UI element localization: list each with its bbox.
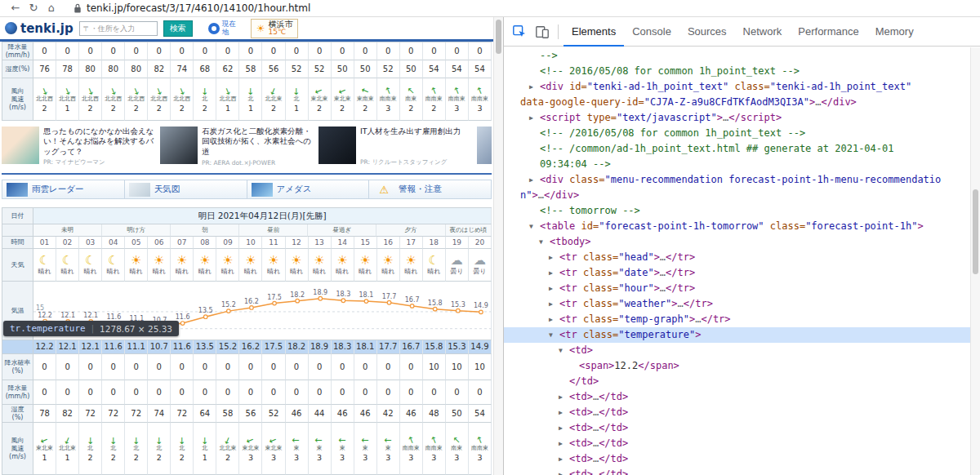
- expand-arrow-icon[interactable]: ▶: [559, 405, 563, 420]
- wind-cell: ↑北1: [194, 423, 216, 475]
- search-input[interactable]: [79, 21, 158, 36]
- ad-banner[interactable]: 石炭ガス化と二酸化炭素分離・回収技術が拓く、水素社会への道PR: AERA do…: [160, 127, 314, 166]
- devtools-tree-line[interactable]: </td>: [504, 374, 970, 389]
- expand-arrow-icon[interactable]: ▶: [559, 451, 563, 467]
- tab-network[interactable]: Network: [735, 17, 791, 47]
- site-logo[interactable]: tenki.jp: [5, 21, 74, 36]
- address-bar[interactable]: tenki.jp/forecast/3/17/4610/14100/1hour.…: [74, 2, 310, 14]
- devtools-tree-line[interactable]: ▶<td>…</td>: [504, 389, 970, 405]
- wind-speed-value: 3: [385, 454, 390, 462]
- devtools-scrollbar-thumb[interactable]: [973, 189, 978, 274]
- tab-sources[interactable]: Sources: [679, 17, 735, 47]
- expand-arrow-icon[interactable]: ▶: [549, 296, 553, 312]
- wind-direction-name: 南南東: [403, 446, 420, 452]
- devtools-tree-line[interactable]: ▶<td>…</td>: [504, 420, 970, 436]
- expand-arrow-icon[interactable]: ▶: [549, 312, 553, 327]
- back-icon[interactable]: ←: [7, 0, 24, 16]
- devtools-tree-line[interactable]: ▶<td>…</td>: [504, 436, 970, 451]
- devtools-tree-line[interactable]: data-google-query-id="CJ7A-Z-a9u8CFdTKfA…: [504, 95, 970, 110]
- devtools-tree-line[interactable]: ▶<tr class="date">…</tr>: [504, 265, 970, 281]
- temperature-cell: 15.2: [216, 340, 239, 354]
- expand-arrow-icon[interactable]: ▶: [559, 389, 563, 405]
- nav-item-0[interactable]: 雨雲レーダー: [2, 180, 124, 199]
- code-token: </td>: [599, 468, 628, 475]
- weather-condition-label: 晴れ: [130, 269, 143, 275]
- expand-arrow-icon[interactable]: ▶: [559, 467, 563, 475]
- devtools-tree-line[interactable]: <span>12.2</span>: [504, 358, 970, 374]
- expand-arrow-icon[interactable]: ▶: [529, 172, 533, 188]
- device-toolbar-icon[interactable]: [535, 24, 550, 39]
- devtools-tree-line[interactable]: 09:34:04 -->: [504, 157, 970, 172]
- expand-arrow-icon[interactable]: ▶: [529, 110, 533, 126]
- wind-direction-name: 南南東: [425, 446, 443, 452]
- collapse-arrow-icon[interactable]: ▼: [529, 219, 533, 234]
- devtools-tree-line[interactable]: <!-- tomorrow -->: [504, 203, 970, 219]
- temperature-cell: 17.5: [262, 340, 285, 354]
- home-icon[interactable]: ⌂: [42, 0, 60, 16]
- inspect-element-icon[interactable]: [512, 24, 527, 39]
- devtools-tree-line[interactable]: ▶<td>…</td>: [504, 467, 970, 475]
- tab-performance[interactable]: Performance: [790, 17, 866, 47]
- expand-arrow-icon[interactable]: ▶: [559, 420, 563, 436]
- tab-memory[interactable]: Memory: [867, 17, 922, 47]
- code-token: </td>: [599, 391, 628, 402]
- devtools-tree-line[interactable]: ▶<div id="tenki-ad-1h_point_text" class=…: [504, 79, 970, 95]
- weather-condition-label: 晴れ: [176, 269, 189, 275]
- ad-banner[interactable]: 思ったものになかなか出会えない！そんなお悩みを解決するバッグって？PR: マイナ…: [2, 127, 155, 166]
- wind-speed-value: 1: [65, 104, 70, 113]
- hour-cell: 01: [33, 237, 56, 249]
- devtools-tree-line[interactable]: n">…</div>: [504, 188, 970, 203]
- pop-label: 降水確率 (%): [2, 354, 33, 380]
- collapse-arrow-icon[interactable]: ▼: [559, 343, 563, 358]
- inspect-tooltip-element: tr.temperature: [10, 323, 86, 334]
- code-token: "tenki-ad-1h_point_text": [587, 81, 728, 92]
- tab-elements[interactable]: Elements: [564, 17, 624, 47]
- expand-arrow-icon[interactable]: ▶: [549, 265, 553, 281]
- wind-cell: ↑南東3: [446, 423, 469, 475]
- hour-cell: 08: [194, 237, 216, 249]
- devtools-tree-line[interactable]: ▶<tr class="temp-graph">…</tr>: [504, 312, 970, 327]
- weather-condition-label: 晴れ: [221, 269, 234, 275]
- devtools-tree-line[interactable]: <!-- /common/ad-1h_point_text.html ## ge…: [504, 141, 970, 157]
- devtools-tree-line[interactable]: ▶<td>…</td>: [504, 451, 970, 467]
- expand-arrow-icon[interactable]: ▶: [549, 281, 553, 296]
- tab-console[interactable]: Console: [624, 17, 679, 47]
- devtools-tree-line[interactable]: ▼<tbody>: [504, 234, 970, 250]
- collapse-arrow-icon[interactable]: ▼: [549, 327, 553, 343]
- code-token: <!-- 2016/05/08 for common 1h_point_text…: [540, 65, 800, 77]
- temperature-cell: 18.1: [354, 340, 377, 354]
- devtools-tree-line[interactable]: ▼<tr class="temperature">: [504, 327, 970, 343]
- date-row: 日付明日 2021年04月12日(月)[先勝]: [2, 208, 492, 224]
- collapse-arrow-icon[interactable]: ▼: [539, 234, 543, 250]
- svg-text:16.7: 16.7: [405, 296, 420, 304]
- today-wind-cell: ↑北北西2: [33, 78, 56, 121]
- devtools-scrollbar[interactable]: [970, 47, 980, 475]
- code-token: >: [717, 112, 723, 123]
- devtools-tree-line[interactable]: ▼<td>: [504, 343, 970, 358]
- expand-arrow-icon[interactable]: ▶: [559, 436, 563, 451]
- search-button[interactable]: 検索: [163, 20, 193, 37]
- page-scrollbar[interactable]: [493, 17, 503, 475]
- devtools-tree-line[interactable]: <!-- 2016/05/08 for common 1h_point_text…: [504, 64, 970, 79]
- devtools-tree-line[interactable]: ▶<script type="text/javascript">…</scrip…: [504, 110, 970, 126]
- nav-item-3[interactable]: ⚠警報・注意: [368, 180, 492, 199]
- city-weather-button[interactable]: ☀ 横浜市 15℃: [251, 19, 299, 38]
- expand-arrow-icon[interactable]: ▶: [529, 79, 533, 95]
- nav-item-2[interactable]: アメダス: [247, 180, 369, 199]
- devtools-tree-line[interactable]: ▼<table id="forecast-point-1h-tomorrow" …: [504, 219, 970, 234]
- nav-item-1[interactable]: 天気図: [124, 180, 247, 199]
- devtools-tree-line[interactable]: -->: [504, 48, 970, 64]
- devtools-tree-line[interactable]: <!-- /2016/05/08 for common 1h_point_tex…: [504, 126, 970, 141]
- current-location-button[interactable]: 現在地: [208, 20, 240, 37]
- expand-arrow-icon[interactable]: ▶: [549, 250, 553, 265]
- devtools-tree-line[interactable]: ▶<div class="menu-recommendation forecas…: [504, 172, 970, 188]
- code-token: >: [532, 189, 537, 201]
- ad-banner[interactable]: IT人材を生み出す雇用創出力PR: リクルートスタッフィング: [318, 127, 472, 166]
- page-scrollbar-thumb[interactable]: [496, 20, 501, 54]
- refresh-icon[interactable]: ↻: [24, 0, 42, 16]
- devtools-tree-line[interactable]: ▶<td>…</td>: [504, 405, 970, 420]
- devtools-tree-line[interactable]: ▶<tr class="hour">…</tr>: [504, 281, 970, 296]
- devtools-tree-line[interactable]: ▶<tr class="weather">…</tr>: [504, 296, 970, 312]
- devtools-tree-line[interactable]: ▶<tr class="head">…</tr>: [504, 250, 970, 265]
- ad-image-partial[interactable]: [477, 127, 492, 164]
